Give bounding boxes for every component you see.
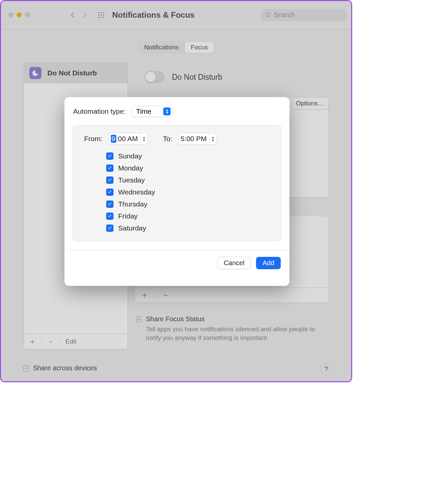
from-label: From: <box>84 135 102 143</box>
window-titlebar: Notifications & Focus Search <box>1 1 351 29</box>
share-focus-status-description: Tell apps you have notifications silence… <box>146 325 326 342</box>
to-time-value: 5:00 PM <box>181 135 207 143</box>
day-label: Friday <box>118 212 138 220</box>
day-row: Saturday <box>106 224 272 232</box>
day-checkbox[interactable] <box>106 224 114 232</box>
fullscreen-window-icon[interactable] <box>25 12 30 17</box>
help-button[interactable]: ? <box>320 363 332 375</box>
back-button[interactable] <box>69 10 77 20</box>
sidebar-remove-button[interactable]: － <box>47 337 54 347</box>
search-input[interactable]: Search <box>261 9 347 21</box>
tab-focus[interactable]: Focus <box>185 42 214 53</box>
search-placeholder: Search <box>274 11 295 19</box>
share-across-devices-checkbox[interactable] <box>23 366 29 372</box>
sidebar-add-button[interactable]: ＋ <box>29 337 36 347</box>
automation-type-label: Automation type: <box>73 107 126 115</box>
tab-bar: Notifications Focus <box>138 41 215 54</box>
add-button[interactable]: Add <box>256 257 281 269</box>
day-checkbox[interactable] <box>106 152 114 160</box>
automation-type-popup[interactable]: Time ▲▼ <box>131 106 173 117</box>
forward-button[interactable] <box>81 10 89 20</box>
window-title: Notifications & Focus <box>112 10 195 20</box>
day-checkbox[interactable] <box>106 164 114 172</box>
to-time-input[interactable]: 5:00 PM ▲▼ <box>178 133 216 145</box>
days-list: SundayMondayTuesdayWednesdayThursdayFrid… <box>84 152 272 232</box>
cancel-button[interactable]: Cancel <box>217 257 251 269</box>
from-hour-selected[interactable]: 9 <box>111 135 116 143</box>
automation-dialog: Automation type: Time ▲▼ From: 9:00 AM ▲… <box>64 97 289 286</box>
share-across-devices-label: Share across devices <box>33 364 97 372</box>
do-not-disturb-toggle[interactable] <box>145 71 165 83</box>
day-label: Saturday <box>118 224 146 232</box>
from-time-input[interactable]: 9:00 AM ▲▼ <box>108 133 148 145</box>
day-row: Thursday <box>106 200 272 208</box>
allowed-remove-button[interactable]: － <box>161 289 170 301</box>
day-label: Tuesday <box>118 176 145 184</box>
do-not-disturb-icon <box>29 67 41 79</box>
day-label: Thursday <box>118 200 148 208</box>
from-time-stepper[interactable]: ▲▼ <box>141 133 147 144</box>
day-checkbox[interactable] <box>106 188 114 196</box>
share-focus-status-title: Share Focus Status <box>146 315 326 323</box>
sidebar-edit-button[interactable]: Edit <box>65 338 76 345</box>
close-window-icon[interactable] <box>8 12 13 17</box>
day-row: Wednesday <box>106 188 272 196</box>
to-time-stepper[interactable]: ▲▼ <box>209 133 216 144</box>
tab-notifications[interactable]: Notifications <box>138 42 185 53</box>
minimize-window-icon[interactable] <box>17 12 22 17</box>
popup-arrows-icon: ▲▼ <box>163 107 171 115</box>
day-row: Tuesday <box>106 176 272 184</box>
sidebar-item-do-not-disturb[interactable]: Do Not Disturb <box>24 63 128 83</box>
search-icon <box>265 12 271 18</box>
day-label: Wednesday <box>118 188 155 196</box>
day-checkbox[interactable] <box>106 176 114 184</box>
day-checkbox[interactable] <box>106 212 114 220</box>
apps-grid-icon[interactable] <box>97 11 105 19</box>
share-focus-status-checkbox[interactable] <box>137 316 141 322</box>
allowed-add-button[interactable]: ＋ <box>140 289 149 301</box>
automation-type-value: Time <box>136 107 152 115</box>
from-time-rest: :00 AM <box>116 135 138 143</box>
day-row: Friday <box>106 212 272 220</box>
day-checkbox[interactable] <box>106 200 114 208</box>
options-button[interactable]: Options… <box>292 97 328 109</box>
day-label: Sunday <box>118 152 142 160</box>
do-not-disturb-label: Do Not Disturb <box>172 73 222 82</box>
day-row: Monday <box>106 164 272 172</box>
to-label: To: <box>163 135 172 143</box>
day-label: Monday <box>118 164 143 172</box>
sidebar-item-label: Do Not Disturb <box>47 69 97 77</box>
day-row: Sunday <box>106 152 272 160</box>
